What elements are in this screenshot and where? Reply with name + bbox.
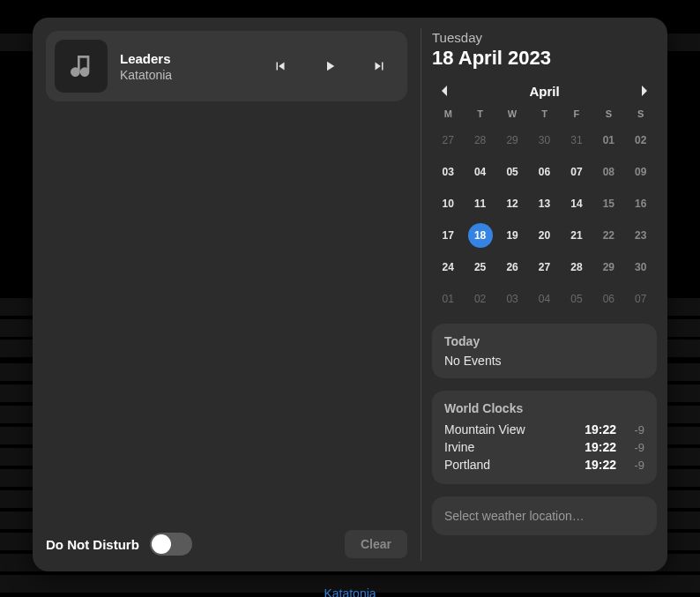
calendar-day[interactable]: 02 bbox=[629, 128, 653, 153]
calendar-day[interactable]: 16 bbox=[629, 191, 653, 216]
calendar-day[interactable]: 30 bbox=[629, 255, 653, 280]
calendar-day[interactable]: 30 bbox=[532, 128, 556, 153]
calendar-day[interactable]: 29 bbox=[596, 255, 621, 280]
calendar-day[interactable]: 08 bbox=[596, 160, 621, 184]
next-track-button[interactable] bbox=[370, 57, 388, 75]
calendar-dow: S bbox=[625, 105, 657, 121]
calendar-day[interactable]: 03 bbox=[500, 287, 525, 311]
date-header: Tuesday 18 April 2023 bbox=[432, 30, 657, 70]
media-info: Leaders Katatonia bbox=[120, 51, 259, 82]
calendar-day[interactable]: 10 bbox=[436, 191, 460, 216]
calendar-day[interactable]: 21 bbox=[564, 223, 589, 248]
world-clock-city: Mountain View bbox=[444, 422, 585, 437]
calendar-day[interactable]: 07 bbox=[629, 287, 653, 311]
calendar-day[interactable]: 01 bbox=[436, 287, 460, 311]
calendar-day[interactable]: 28 bbox=[468, 128, 493, 153]
calendar: April MTWTFSS272829303101020304050607080… bbox=[432, 82, 657, 311]
calendar-day[interactable]: 19 bbox=[500, 223, 525, 248]
calendar-day[interactable]: 14 bbox=[564, 191, 589, 216]
calendar-day[interactable]: 27 bbox=[436, 128, 460, 153]
background-artist-label: Katatonia bbox=[0, 586, 700, 597]
calendar-day[interactable]: 27 bbox=[532, 255, 556, 280]
calendar-day[interactable]: 25 bbox=[468, 255, 493, 280]
calendar-day[interactable]: 20 bbox=[532, 223, 556, 248]
weather-placeholder: Select weather location… bbox=[444, 509, 585, 523]
world-clock-row: Mountain View19:22-9 bbox=[444, 421, 644, 438]
calendar-day[interactable]: 01 bbox=[596, 128, 621, 153]
world-clock-time: 19:22 bbox=[585, 458, 616, 472]
calendar-day[interactable]: 11 bbox=[468, 191, 493, 216]
previous-track-button[interactable] bbox=[272, 57, 289, 75]
calendar-day[interactable]: 28 bbox=[564, 255, 589, 280]
calendar-header: April bbox=[432, 82, 657, 100]
world-clocks-section[interactable]: World Clocks Mountain View19:22-9Irvine1… bbox=[432, 391, 657, 484]
dnd-toggle[interactable] bbox=[150, 533, 192, 556]
world-clock-time: 19:22 bbox=[585, 422, 616, 437]
world-clock-offset: -9 bbox=[627, 441, 644, 454]
calendar-day[interactable]: 07 bbox=[564, 160, 589, 184]
world-clock-offset: -9 bbox=[627, 423, 644, 437]
track-title: Leaders bbox=[120, 51, 259, 66]
calendar-dow: S bbox=[592, 105, 624, 121]
calendar-dow: T bbox=[464, 105, 495, 121]
track-artist: Katatonia bbox=[120, 68, 259, 82]
calendar-dow: F bbox=[561, 105, 592, 121]
world-clock-row: Irvine19:22-9 bbox=[444, 438, 644, 456]
play-button[interactable] bbox=[321, 57, 339, 75]
events-heading: Today bbox=[444, 334, 644, 348]
media-player-card: Leaders Katatonia bbox=[46, 31, 407, 101]
media-controls bbox=[272, 57, 395, 75]
notifications-footer: Do Not Disturb Clear bbox=[46, 530, 407, 558]
calendar-day[interactable]: 03 bbox=[436, 160, 460, 184]
events-empty-label: No Events bbox=[444, 354, 644, 368]
calendar-day[interactable]: 05 bbox=[500, 160, 525, 184]
calendar-day[interactable]: 02 bbox=[468, 287, 493, 311]
calendar-day[interactable]: 24 bbox=[436, 255, 460, 280]
world-clock-city: Portland bbox=[444, 458, 585, 472]
dnd-toggle-knob bbox=[152, 534, 171, 554]
calendar-day[interactable]: 13 bbox=[532, 191, 556, 216]
world-clock-time: 19:22 bbox=[585, 440, 616, 454]
calendar-day[interactable]: 23 bbox=[629, 223, 653, 248]
calendar-dow: M bbox=[432, 105, 464, 121]
events-section[interactable]: Today No Events bbox=[432, 324, 657, 378]
calendar-day[interactable]: 17 bbox=[436, 223, 460, 248]
calendar-day[interactable]: 06 bbox=[532, 160, 556, 184]
next-month-button[interactable] bbox=[636, 82, 653, 100]
world-clocks-heading: World Clocks bbox=[444, 401, 644, 415]
calendar-day[interactable]: 26 bbox=[500, 255, 525, 280]
music-icon bbox=[55, 40, 108, 93]
calendar-grid: MTWTFSS272829303101020304050607080910111… bbox=[432, 105, 657, 311]
calendar-day[interactable]: 12 bbox=[500, 191, 525, 216]
prev-month-button[interactable] bbox=[436, 82, 453, 100]
notification-calendar-popover: Leaders Katatonia Do Not Disturb Clear bbox=[33, 18, 667, 571]
calendar-month-label: April bbox=[529, 84, 559, 99]
calendar-day[interactable]: 22 bbox=[596, 223, 621, 248]
calendar-day[interactable]: 04 bbox=[532, 287, 556, 311]
calendar-dow: W bbox=[496, 105, 528, 121]
calendar-day[interactable]: 31 bbox=[564, 128, 589, 153]
world-clocks-list: Mountain View19:22-9Irvine19:22-9Portlan… bbox=[444, 421, 644, 474]
world-clock-row: Portland19:22-9 bbox=[444, 456, 644, 474]
calendar-day[interactable]: 05 bbox=[564, 287, 589, 311]
calendar-day[interactable]: 04 bbox=[468, 160, 493, 184]
calendar-day[interactable]: 09 bbox=[629, 160, 653, 184]
dnd-label: Do Not Disturb bbox=[46, 537, 139, 552]
full-date-label: 18 April 2023 bbox=[432, 47, 657, 70]
calendar-panel: Tuesday 18 April 2023 April MTWTFSS27282… bbox=[421, 18, 667, 571]
calendar-day[interactable]: 06 bbox=[596, 287, 621, 311]
world-clock-offset: -9 bbox=[627, 459, 644, 472]
calendar-day[interactable]: 15 bbox=[596, 191, 621, 216]
clear-button[interactable]: Clear bbox=[345, 530, 407, 558]
calendar-day[interactable]: 29 bbox=[500, 128, 525, 153]
calendar-day-selected[interactable]: 18 bbox=[468, 223, 493, 248]
weather-location-button[interactable]: Select weather location… bbox=[432, 496, 657, 535]
weekday-label: Tuesday bbox=[432, 30, 657, 45]
world-clock-city: Irvine bbox=[444, 440, 585, 454]
calendar-dow: T bbox=[528, 105, 560, 121]
notifications-panel: Leaders Katatonia Do Not Disturb Clear bbox=[33, 18, 421, 571]
